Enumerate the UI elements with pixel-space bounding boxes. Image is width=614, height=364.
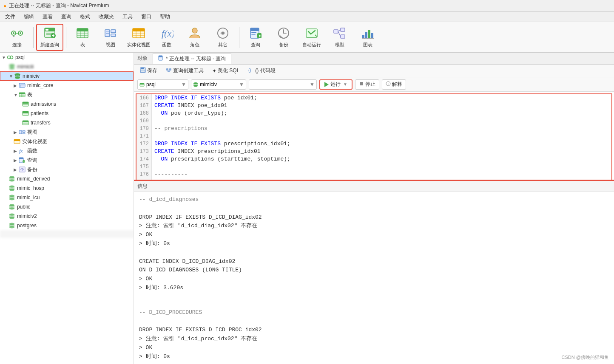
explain-icon: i bbox=[386, 81, 391, 87]
explain-button[interactable]: i 解释 bbox=[382, 79, 406, 90]
sidebar-item-transfers[interactable]: transfers bbox=[0, 118, 134, 127]
info-blank-4 bbox=[139, 317, 609, 326]
sidebar-item-mimic-core[interactable]: ▶ mimic_core bbox=[0, 81, 134, 90]
code-line-168: 168 ON poe (order_type); bbox=[136, 110, 611, 117]
database-value: mimiciv bbox=[200, 82, 217, 87]
beautify-icon: ✦ bbox=[212, 68, 216, 74]
table-icon-admissions bbox=[22, 101, 29, 107]
stop-label: 停止 bbox=[365, 81, 375, 88]
expand-arrow-functions: ▶ bbox=[14, 149, 19, 153]
role-button[interactable]: 角色 bbox=[181, 24, 208, 51]
queries-icon: + bbox=[19, 157, 26, 164]
query-button[interactable]: ✦ 查询 bbox=[242, 24, 269, 51]
svg-point-123 bbox=[193, 85, 198, 87]
sidebar-item-mimic-hosp[interactable]: mimic_hosp bbox=[0, 183, 134, 193]
table-button[interactable]: 表 bbox=[69, 24, 96, 51]
model-button[interactable]: 模型 bbox=[326, 24, 353, 51]
sidebar-item-mimic-derived[interactable]: mimic_derived bbox=[0, 174, 134, 183]
function-button[interactable]: f(x) 函数 bbox=[153, 24, 180, 51]
svg-point-34 bbox=[222, 32, 224, 34]
line-content-173: CREATE INDEX prescriptions_idx01 bbox=[152, 148, 261, 155]
svg-point-106 bbox=[9, 217, 14, 219]
sidebar-item-tables[interactable]: ▼ 表 bbox=[0, 90, 134, 99]
info-create-d-icd: CREATE INDEX D_ICD_DIAG_idx02 bbox=[139, 257, 609, 266]
stop-icon bbox=[359, 81, 364, 87]
code-snippet-button[interactable]: () () 代码段 bbox=[245, 66, 278, 75]
mat-view-button[interactable]: 实体化视图 bbox=[125, 24, 152, 51]
mat-view-label: 实体化视图 bbox=[127, 42, 151, 48]
info-notice-d-proc: > 注意: 索引 "d_icd_proc_idx02" 不存在 bbox=[139, 335, 609, 344]
sidebar-label-mimic-derived: mimic_derived bbox=[17, 176, 50, 182]
other-button[interactable]: 其它 bbox=[209, 24, 236, 51]
sidebar-label-mimic-icu: mimic_icu bbox=[17, 195, 40, 200]
role-icon bbox=[188, 26, 202, 40]
database-icon-mimic-derived bbox=[9, 175, 15, 182]
svg-rect-120 bbox=[140, 83, 144, 85]
sidebar-item-mimic-icu[interactable]: mimic_icu bbox=[0, 193, 134, 202]
menu-item-3[interactable]: 查询 bbox=[58, 12, 75, 21]
svg-line-47 bbox=[338, 30, 341, 31]
connection-icon-psql bbox=[7, 54, 14, 61]
new-query-button[interactable]: 新建查询 bbox=[36, 24, 63, 51]
auto-run-button[interactable]: 自动运行 bbox=[298, 24, 325, 51]
mat-views-icon bbox=[14, 138, 20, 145]
connect-button[interactable]: 连接 bbox=[3, 24, 31, 51]
sidebar-item-functions[interactable]: ▶ fx 函数 bbox=[0, 146, 134, 155]
sidebar-item-psql[interactable]: ▼ psql bbox=[0, 53, 134, 62]
expand-arrow-queries: ▶ bbox=[14, 158, 19, 163]
save-button[interactable]: 保存 bbox=[137, 66, 160, 75]
backup-button[interactable]: 备份 bbox=[270, 24, 297, 51]
menu-item-0[interactable]: 文件 bbox=[2, 12, 19, 21]
sidebar-item-patients[interactable]: patients bbox=[0, 109, 134, 118]
expand-arrow-mimic-core: ▶ bbox=[14, 83, 19, 88]
sidebar-item-public[interactable]: public bbox=[0, 202, 134, 212]
code-line-175: 175 bbox=[136, 163, 611, 171]
stop-button[interactable]: 停止 bbox=[355, 79, 379, 90]
sidebar-item-admissions[interactable]: admissions bbox=[0, 99, 134, 109]
svg-rect-22 bbox=[111, 34, 116, 37]
tab-bar: 对象 * 正在处理 -- 无标题 - 查询 bbox=[134, 53, 614, 65]
beautify-button[interactable]: ✦ 美化 SQL bbox=[210, 66, 242, 75]
menu-item-8[interactable]: 帮助 bbox=[156, 12, 173, 21]
code-line-176: 176 ---------- bbox=[136, 171, 611, 178]
menu-item-2[interactable]: 查看 bbox=[39, 12, 56, 21]
view-button[interactable]: 视图 bbox=[97, 24, 124, 51]
schema-selector[interactable]: ▼ bbox=[249, 79, 317, 90]
menu-item-5[interactable]: 收藏夹 bbox=[95, 12, 117, 21]
toolbar-separator-2 bbox=[66, 27, 66, 48]
connection-value: psql bbox=[146, 82, 156, 87]
line-num-166: 166 bbox=[136, 94, 152, 102]
sidebar-item-views[interactable]: ▶ 视图 bbox=[0, 127, 134, 137]
database-selector[interactable]: mimiciv ▼ bbox=[191, 79, 246, 90]
info-block-d-icd-procedures: -- D_ICD_PROCEDURES DROP INDEX IF EXISTS… bbox=[139, 299, 609, 364]
sidebar-item-mimiciv[interactable]: ▼ mimiciv bbox=[0, 71, 134, 81]
menu-item-6[interactable]: 工具 bbox=[119, 12, 136, 21]
sidebar-item-postgres[interactable]: postgres bbox=[0, 221, 134, 230]
sidebar: ▼ psql mimiciii bbox=[0, 53, 134, 364]
svg-rect-111 bbox=[159, 56, 162, 57]
chart-button[interactable]: 图表 bbox=[354, 24, 381, 51]
app-status-icon: ● bbox=[3, 3, 6, 9]
chart-label: 图表 bbox=[363, 42, 372, 48]
connection-selector[interactable]: psql ▼ bbox=[137, 79, 188, 90]
code-editor[interactable]: 166 DROP INDEX IF EXISTS poe_idx01; 167 … bbox=[134, 92, 614, 181]
sidebar-label-views: 视图 bbox=[27, 129, 37, 136]
sidebar-item-mat-views[interactable]: 实体化视图 bbox=[0, 137, 134, 146]
sidebar-item-blurred bbox=[0, 230, 134, 238]
sidebar-item-queries[interactable]: ▶ + 查询 bbox=[0, 155, 134, 165]
sidebar-item-mimiciv2[interactable]: mimiciv2 bbox=[0, 212, 134, 221]
svg-rect-117 bbox=[168, 71, 170, 72]
run-button[interactable]: 运行 ▼ bbox=[319, 79, 352, 90]
schema-icon-mimic-core bbox=[19, 82, 26, 89]
svg-rect-72 bbox=[23, 102, 28, 104]
sidebar-item-mimiciii[interactable]: mimiciii bbox=[0, 62, 134, 71]
query-tab[interactable]: * 正在处理 -- 无标题 - 查询 bbox=[153, 53, 231, 64]
info-blank-3 bbox=[139, 299, 609, 308]
menu-item-4[interactable]: 格式 bbox=[77, 12, 94, 21]
menu-item-7[interactable]: 窗口 bbox=[138, 12, 155, 21]
query-builder-button[interactable]: 查询创建工具 bbox=[163, 66, 206, 75]
sidebar-item-backup[interactable]: ▶ 备份 bbox=[0, 165, 134, 174]
expand-arrow-mimiciv: ▼ bbox=[9, 74, 14, 79]
object-label: 对象 bbox=[137, 55, 148, 62]
menu-item-1[interactable]: 编辑 bbox=[20, 12, 37, 21]
